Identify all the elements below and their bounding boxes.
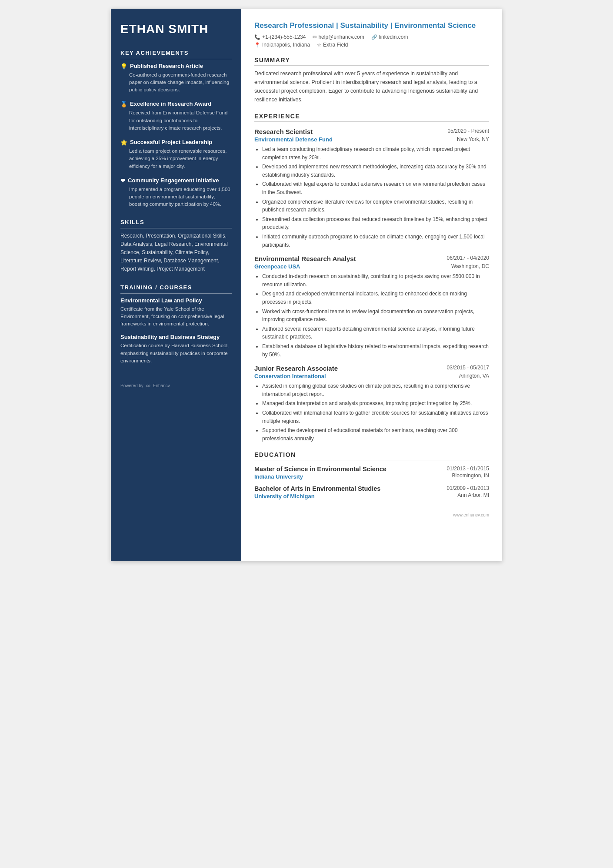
extra-contact: ☆ Extra Field	[317, 42, 348, 48]
exp-header: Environmental Research Analyst 06/2017 -…	[254, 255, 489, 262]
achievement-desc: Implemented a program educating over 1,5…	[120, 186, 232, 208]
main-footer: www.enhancv.com	[254, 513, 489, 517]
achievement-title: ⭐ Successful Project Leadership	[120, 139, 232, 146]
bullet-item: Designed and developed environmental ind…	[262, 290, 489, 306]
linkedin-value: linkedin.com	[379, 34, 408, 40]
education-list: Master of Science in Environmental Scien…	[254, 466, 489, 499]
main-header: Research Professional | Sustainability |…	[254, 21, 489, 48]
achievement-icon: 🏅	[120, 101, 127, 107]
experience-entry: Junior Research Associate 03/2015 - 05/2…	[254, 365, 489, 442]
bullet-item: Developed and implemented new research m…	[262, 163, 489, 179]
experience-entry: Research Scientist 05/2020 - Present Env…	[254, 128, 489, 249]
achievement-title: 🏅 Excellence in Research Award	[120, 101, 232, 107]
summary-text: Dedicated research professional with ove…	[254, 69, 489, 104]
email-value: help@enhancv.com	[318, 34, 364, 40]
achievement-icon: 💡	[120, 63, 127, 70]
exp-company-row: Environmental Defense Fund New York, NY	[254, 135, 489, 143]
training-section-title: TRAINING / COURSES	[120, 284, 232, 294]
phone-value: +1-(234)-555-1234	[262, 34, 306, 40]
experience-title: EXPERIENCE	[254, 113, 489, 122]
achievement-title: ❤ Community Engagement Initiative	[120, 177, 232, 184]
powered-by-label: Powered by	[120, 383, 143, 388]
exp-company: Greenpeace USA	[254, 263, 300, 270]
training-title: Sustainability and Business Strategy	[120, 334, 232, 340]
exp-date: 05/2020 - Present	[448, 128, 489, 134]
edu-row: University of Michigan Ann Arbor, MI	[254, 492, 489, 499]
achievement-icon: ❤	[120, 178, 125, 184]
training-item: Sustainability and Business Strategy Cer…	[120, 334, 232, 365]
main-content: Research Professional | Sustainability |…	[241, 9, 502, 561]
exp-job-title: Environmental Research Analyst	[254, 255, 356, 262]
bullet-item: Established a database of legislative hi…	[262, 342, 489, 359]
linkedin-contact: 🔗 linkedin.com	[371, 34, 408, 40]
training-list: Environmental Law and Policy Certificate…	[120, 297, 232, 365]
training-desc: Certification course by Harvard Business…	[120, 342, 232, 365]
brand-icon: ∞	[146, 382, 150, 389]
achievement-item: ❤ Community Engagement Initiative Implem…	[120, 177, 232, 208]
phone-icon: 📞	[254, 34, 260, 40]
edu-date: 01/2013 - 01/2015	[447, 466, 489, 472]
training-title: Environmental Law and Policy	[120, 297, 232, 304]
skills-section-title: SKILLS	[120, 219, 232, 228]
bullet-item: Initiated community outreach programs to…	[262, 233, 489, 249]
training-item: Environmental Law and Policy Certificate…	[120, 297, 232, 328]
bullet-item: Organized comprehensive literature revie…	[262, 198, 489, 214]
edu-location: Bloomington, IN	[452, 473, 489, 480]
email-icon: ✉	[313, 34, 316, 40]
edu-school: University of Michigan	[254, 493, 315, 499]
edu-date: 01/2009 - 01/2013	[447, 485, 489, 491]
bullet-item: Supported the development of educational…	[262, 426, 489, 442]
achievement-item: ⭐ Successful Project Leadership Led a te…	[120, 139, 232, 170]
exp-bullets: Led a team conducting interdisciplinary …	[254, 145, 489, 249]
exp-date: 03/2015 - 05/2017	[447, 365, 489, 371]
exp-company-row: Conservation International Arlington, VA	[254, 372, 489, 379]
bullet-item: Streamlined data collection processes th…	[262, 215, 489, 231]
education-title: EDUCATION	[254, 451, 489, 460]
location-contact: 📍 Indianapolis, Indiana	[254, 42, 310, 48]
exp-bullets: Conducted in-depth research on sustainab…	[254, 272, 489, 359]
achievements-section-title: KEY ACHIEVEMENTS	[120, 50, 232, 59]
bullet-item: Authored several research reports detail…	[262, 325, 489, 341]
achievement-icon: ⭐	[120, 139, 127, 146]
achievement-desc: Received from Environmental Defense Fund…	[120, 109, 232, 132]
sidebar-footer: Powered by ∞ Enhancv	[120, 382, 232, 389]
achievement-item: 🏅 Excellence in Research Award Received …	[120, 101, 232, 132]
brand-name: Enhancv	[153, 383, 170, 388]
bullet-item: Assisted in compiling global case studie…	[262, 382, 489, 398]
bullet-item: Collaborated with international teams to…	[262, 409, 489, 425]
resume-container: ETHAN SMITH KEY ACHIEVEMENTS 💡 Published…	[111, 9, 502, 561]
bullet-item: Collaborated with legal experts to condu…	[262, 180, 489, 196]
edu-school: Indiana University	[254, 473, 303, 480]
experience-entry: Environmental Research Analyst 06/2017 -…	[254, 255, 489, 359]
exp-location: Washington, DC	[451, 263, 489, 269]
bullet-item: Led a team conducting interdisciplinary …	[262, 145, 489, 161]
bullet-item: Managed data interpretation and analysis…	[262, 399, 489, 408]
bullet-item: Worked with cross-functional teams to re…	[262, 308, 489, 324]
bullet-item: Conducted in-depth research on sustainab…	[262, 272, 489, 288]
contact-row-1: 📞 +1-(234)-555-1234 ✉ help@enhancv.com 🔗…	[254, 34, 489, 40]
edu-degree: Master of Science in Environmental Scien…	[254, 466, 386, 473]
skills-text: Research, Presentation, Organizational S…	[120, 232, 232, 274]
exp-company: Conservation International	[254, 373, 326, 379]
summary-title: SUMMARY	[254, 57, 489, 66]
email-contact: ✉ help@enhancv.com	[313, 34, 364, 40]
achievements-list: 💡 Published Research Article Co-authored…	[120, 63, 232, 208]
professional-title: Research Professional | Sustainability |…	[254, 21, 489, 30]
experience-list: Research Scientist 05/2020 - Present Env…	[254, 128, 489, 442]
location-icon: 📍	[254, 42, 260, 48]
training-desc: Certificate from the Yale School of the …	[120, 305, 232, 328]
exp-location: New York, NY	[457, 136, 489, 142]
contact-row-2: 📍 Indianapolis, Indiana ☆ Extra Field	[254, 42, 489, 48]
exp-bullets: Assisted in compiling global case studie…	[254, 382, 489, 442]
star-icon: ☆	[317, 42, 321, 48]
exp-header: Junior Research Associate 03/2015 - 05/2…	[254, 365, 489, 372]
sidebar: ETHAN SMITH KEY ACHIEVEMENTS 💡 Published…	[111, 9, 241, 561]
education-entry: Master of Science in Environmental Scien…	[254, 466, 489, 480]
edu-header: Bachelor of Arts in Environmental Studie…	[254, 485, 489, 492]
edu-location: Ann Arbor, MI	[457, 492, 489, 499]
achievement-item: 💡 Published Research Article Co-authored…	[120, 63, 232, 94]
phone-contact: 📞 +1-(234)-555-1234	[254, 34, 306, 40]
edu-header: Master of Science in Environmental Scien…	[254, 466, 489, 473]
exp-job-title: Junior Research Associate	[254, 365, 338, 372]
exp-location: Arlington, VA	[459, 373, 489, 379]
